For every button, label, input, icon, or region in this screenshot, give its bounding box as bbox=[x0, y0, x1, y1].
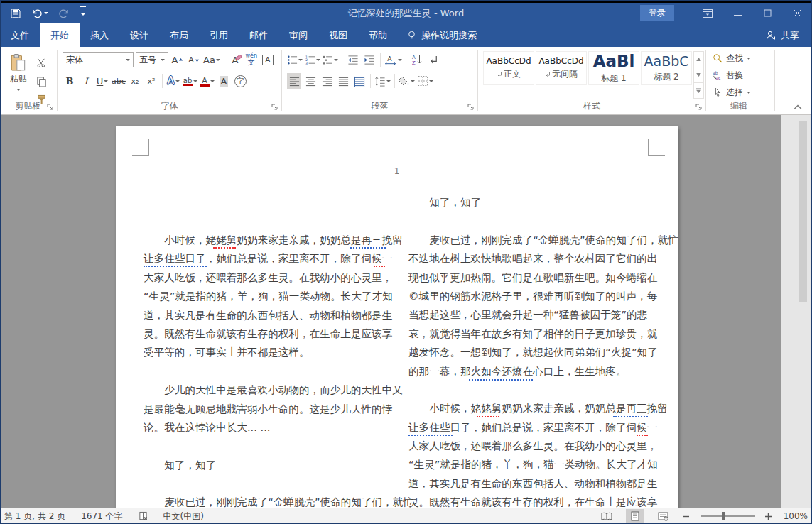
text-highlight-button[interactable]: ab bbox=[183, 73, 197, 89]
borders-button[interactable] bbox=[417, 73, 433, 89]
vertical-scrollbar[interactable] bbox=[781, 115, 811, 508]
scrollbar-thumb[interactable] bbox=[799, 121, 807, 302]
read-mode-button[interactable] bbox=[597, 509, 616, 523]
grow-font-button[interactable]: A bbox=[170, 52, 185, 67]
style-heading1[interactable]: AaBl 标题 1 bbox=[588, 51, 639, 85]
sign-in-button[interactable]: 登录 bbox=[640, 5, 674, 21]
replace-button[interactable]: abac 替换 bbox=[713, 68, 751, 82]
styles-dialog-launcher[interactable] bbox=[695, 103, 703, 111]
shading-button[interactable] bbox=[399, 73, 415, 89]
language-indicator[interactable]: 中文(中国) bbox=[163, 511, 204, 523]
text-column-left[interactable]: 小时候，姥姥舅奶奶来家走亲戚，奶奶总是再三挽留让多住些日子，她们总是说，家里离不… bbox=[144, 231, 391, 508]
ribbon-tab[interactable]: 帮助 bbox=[358, 23, 398, 47]
tab-file[interactable]: 文件 bbox=[0, 23, 40, 47]
text-line[interactable]: 是最能毫无顾忌地戕害弱小生命的。这是少儿天性的悖 bbox=[144, 400, 391, 418]
ribbon-tab[interactable]: 布局 bbox=[159, 23, 199, 47]
bullet-list-button[interactable] bbox=[287, 52, 303, 67]
ribbon-display-options-button[interactable] bbox=[693, 3, 722, 23]
distribute-button[interactable] bbox=[352, 73, 367, 89]
page-indicator[interactable]: 第 1 页, 共 2 页 bbox=[4, 511, 65, 523]
text-line[interactable]: 不迭地在树上欢快地歌唱起来，整个农村因了它们的出 bbox=[408, 249, 656, 268]
zoom-out-button[interactable] bbox=[683, 513, 691, 520]
styles-gallery-more[interactable] bbox=[694, 83, 703, 99]
character-border-button[interactable]: A bbox=[261, 52, 275, 67]
text-line[interactable]: “生灵”就是指的猪，羊，狗，猫一类动物。长大了才知 bbox=[144, 287, 391, 305]
show-hide-marks-button[interactable] bbox=[426, 52, 440, 67]
undo-button[interactable] bbox=[31, 8, 48, 19]
ribbon-tab[interactable]: 插入 bbox=[80, 23, 119, 47]
style-no-spacing[interactable]: AaBbCcDd 无间隔 bbox=[536, 51, 587, 85]
text-line[interactable]: 少儿的天性中是最喜欢小动物的，而少儿的天性中又 bbox=[144, 381, 391, 399]
text-line[interactable]: 灵。既然有生命就该有生存的权利，在生命上是应该享 bbox=[408, 493, 656, 508]
ribbon-tab[interactable]: 审阅 bbox=[278, 23, 318, 47]
change-case-button[interactable]: Aa bbox=[203, 52, 220, 67]
text-line[interactable]: 麦收已过，刚刚完成了“金蝉脱壳”使命的知了们，就忙 bbox=[408, 231, 656, 249]
line-spacing-button[interactable] bbox=[374, 73, 391, 89]
ribbon-tab[interactable]: 视图 bbox=[318, 23, 358, 47]
enclose-characters-button[interactable]: 字 bbox=[233, 73, 247, 89]
text-line[interactable] bbox=[144, 437, 391, 455]
select-button[interactable]: 选择 bbox=[713, 85, 751, 99]
character-shading-button[interactable]: A bbox=[217, 73, 231, 89]
proofing-status[interactable] bbox=[139, 511, 148, 521]
align-center-button[interactable] bbox=[303, 73, 318, 89]
text-line[interactable]: 大家人吃饭，还喂着那么多生灵。在我幼小的心灵里， bbox=[408, 437, 656, 455]
tab-home-active[interactable]: 开始 bbox=[40, 23, 80, 47]
paragraph-dialog-launcher[interactable] bbox=[467, 103, 475, 111]
text-line[interactable]: 哀，就觉得当年在故乡有知了相伴的日子更加珍贵，就 bbox=[408, 324, 656, 343]
subscript-button[interactable]: x₂ bbox=[128, 73, 142, 89]
clear-formatting-button[interactable]: A bbox=[228, 52, 242, 67]
collapse-ribbon-button[interactable] bbox=[794, 104, 802, 110]
underline-button[interactable]: U bbox=[95, 73, 109, 89]
customize-qat-button[interactable] bbox=[80, 9, 86, 18]
text-line[interactable]: 受平等的，可事实上并不都是这样。 bbox=[144, 343, 391, 361]
strikethrough-button[interactable]: abc bbox=[112, 73, 126, 89]
text-line[interactable] bbox=[408, 381, 656, 399]
numbered-list-button[interactable]: 123 bbox=[305, 52, 320, 67]
ribbon-tab[interactable]: 引用 bbox=[199, 23, 239, 47]
multilevel-list-button[interactable] bbox=[323, 52, 338, 67]
find-button[interactable]: 查找 bbox=[713, 51, 751, 65]
style-normal[interactable]: AaBbCcDd 正文 bbox=[483, 51, 534, 85]
text-line[interactable]: 道，其实凡是有生命的东西包括人、动物和植物都是生 bbox=[408, 474, 656, 493]
cut-button[interactable] bbox=[34, 55, 48, 70]
styles-scroll-down[interactable] bbox=[694, 67, 703, 83]
text-line[interactable]: 麦收已过，刚刚完成了“金蝉脱壳”使命的知了们，就忙 bbox=[144, 493, 391, 508]
text-line[interactable] bbox=[144, 474, 391, 493]
text-line[interactable]: 当想起这些，心里就会升起一种“猛兽被囚于笼”的悲 bbox=[408, 305, 656, 324]
text-line[interactable]: ©城里的钢筋水泥格子里，很难再听到知了的叫声，每 bbox=[408, 287, 656, 305]
font-name-combo[interactable]: 宋体 bbox=[63, 52, 134, 67]
paste-button[interactable]: 粘贴 bbox=[4, 50, 33, 99]
sort-button[interactable]: AZ bbox=[410, 52, 424, 67]
document-page[interactable]: 1 小时候，姥姥舅奶奶来家走亲戚，奶奶总是再三挽留让多住些日子，她们总是说，家里… bbox=[116, 126, 678, 508]
text-line[interactable]: 小时候，姥姥舅奶奶来家走亲戚，奶奶总是再三挽留 bbox=[408, 399, 656, 417]
font-size-combo[interactable]: 五号 bbox=[136, 52, 168, 67]
bold-button[interactable]: B bbox=[63, 73, 77, 89]
font-color-button[interactable]: A bbox=[200, 73, 215, 89]
close-button[interactable] bbox=[782, 3, 812, 23]
maximize-button[interactable] bbox=[752, 3, 782, 23]
text-line[interactable]: 论。我在这悖论中长大... ... bbox=[144, 418, 391, 437]
text-line[interactable]: 越发怀念。一想到知了，就想起伙同弟弟们“火捉”知了 bbox=[408, 343, 656, 361]
text-line[interactable]: 大家人吃饭，还喂着那么多生灵。在我幼小的心灵里， bbox=[144, 268, 391, 287]
increase-indent-button[interactable] bbox=[362, 52, 377, 67]
copy-button[interactable] bbox=[34, 73, 48, 89]
text-line[interactable]: 知了，知了 bbox=[408, 193, 656, 212]
decrease-indent-button[interactable] bbox=[346, 52, 360, 67]
word-count[interactable]: 1671 个字 bbox=[81, 511, 122, 523]
print-layout-button[interactable] bbox=[626, 509, 644, 523]
superscript-button[interactable]: x² bbox=[144, 73, 158, 89]
zoom-slider[interactable] bbox=[701, 515, 755, 517]
document-canvas[interactable]: 1 小时候，姥姥舅奶奶来家走亲戚，奶奶总是再三挽留让多住些日子，她们总是说，家里… bbox=[0, 115, 812, 508]
save-button[interactable] bbox=[10, 8, 21, 19]
text-line[interactable]: 道，其实凡是有生命的东西包括人、动物和植物都是生 bbox=[144, 306, 391, 324]
text-line[interactable] bbox=[408, 212, 656, 230]
text-line[interactable]: 灵。既然有生命就该有生存的权利，在生命上是应该享 bbox=[144, 324, 391, 343]
web-layout-button[interactable] bbox=[654, 509, 673, 523]
ribbon-tab[interactable]: 设计 bbox=[119, 23, 159, 47]
phonetic-guide-button[interactable]: wén文 bbox=[244, 52, 259, 67]
tell-me-search[interactable]: 操作说明搜索 bbox=[398, 23, 485, 47]
zoom-slider-thumb[interactable] bbox=[722, 512, 725, 520]
minimize-button[interactable] bbox=[722, 3, 752, 23]
redo-button[interactable] bbox=[58, 8, 70, 19]
